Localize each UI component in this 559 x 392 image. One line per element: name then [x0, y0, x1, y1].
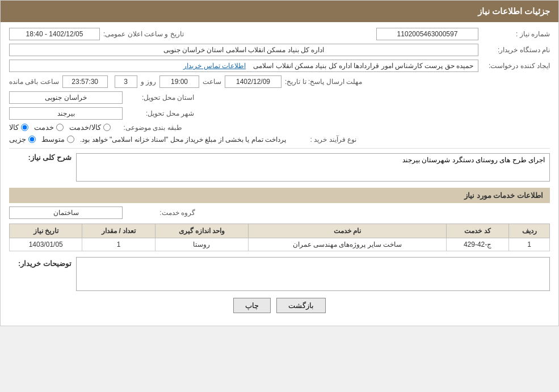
col-date: تاریخ نیاز — [10, 224, 82, 238]
page-header: جزئیات اطلاعات نیاز — [1, 1, 558, 22]
category-khedmat-label: خدمت — [34, 123, 54, 132]
deadline-date-value: 1402/12/09 — [225, 75, 281, 88]
services-table-section: ردیف کد خدمت نام خدمت واحد اندازه گیری ت… — [9, 224, 550, 251]
deadline-time-label: ساعت — [203, 78, 221, 86]
buyer-desc-box — [76, 257, 550, 291]
cell-name: ساخت سایر پروژه‌های مهندسی عمران — [249, 238, 447, 251]
service-group-value: ساختمان — [9, 206, 123, 219]
cell-unit: روستا — [155, 238, 248, 251]
table-row: 1 ج-42-429 ساخت سایر پروژه‌های مهندسی عم… — [10, 238, 550, 251]
purchase-motavvaset-label: متوسط — [41, 135, 65, 144]
cell-code: ج-42-429 — [446, 238, 509, 251]
buyer-org-label: نام دستگاه خریدار: — [482, 46, 550, 54]
announce-date-label: تاریخ و ساعت اعلان عمومی: — [103, 30, 184, 38]
deadline-time-value: 19:00 — [159, 75, 199, 88]
col-count: تعداد / مقدار — [82, 224, 155, 238]
creator-label: ایجاد کننده درخواست: — [482, 62, 550, 70]
purchase-jozvi-radio[interactable] — [28, 136, 36, 143]
col-service-code: کد خدمت — [446, 224, 509, 238]
category-kala-option[interactable]: کالا — [9, 123, 28, 132]
need-desc-textarea[interactable] — [76, 153, 550, 182]
category-kala-khedmat-radio[interactable] — [103, 124, 111, 131]
purchase-motavvaset-radio[interactable] — [67, 136, 74, 143]
cell-row: 1 — [509, 238, 550, 251]
category-label: طبقه بندی موضوعی: — [114, 124, 182, 132]
need-desc-label: شرح کلی نیاز: — [28, 153, 72, 162]
page-title: جزئیات اطلاعات نیاز — [478, 6, 550, 16]
category-radio-group: کالا/خدمت خدمت کالا — [9, 123, 111, 132]
purchase-jozvi-option[interactable]: جزیی — [9, 135, 36, 144]
print-button[interactable]: چاپ — [233, 298, 271, 313]
category-khedmat-radio[interactable] — [56, 124, 64, 131]
col-service-name: نام خدمت — [249, 224, 447, 238]
deadline-days-value: 3 — [115, 75, 137, 88]
deadline-remaining-label: ساعت باقی مانده — [9, 78, 59, 86]
services-info-title: اطلاعات خدمات مورد نیاز — [9, 188, 550, 203]
purchase-type-label: نوع فرآیند خرید : — [288, 136, 356, 144]
purchase-motavvaset-option[interactable]: متوسط — [41, 135, 74, 144]
city-label: شهر محل تحویل: — [126, 109, 194, 117]
need-number-value: 1102005463000597 — [376, 28, 478, 40]
services-table: ردیف کد خدمت نام خدمت واحد اندازه گیری ت… — [9, 224, 550, 251]
contact-link[interactable]: اطلاعات تماس خریدار — [183, 62, 246, 70]
creator-value: حمیده حق پرست کارشناس امور قراردادها ادا… — [9, 60, 478, 72]
cell-date: 1403/01/05 — [10, 238, 82, 251]
category-khedmat-option[interactable]: خدمت — [34, 123, 64, 132]
col-row-number: ردیف — [509, 224, 550, 238]
cell-count: 1 — [82, 238, 155, 251]
col-unit: واحد اندازه گیری — [155, 224, 248, 238]
category-kala-khedmat-option[interactable]: کالا/خدمت — [69, 123, 111, 132]
buyer-desc-label: توضیحات خریدار: — [18, 259, 72, 268]
city-value: بیرجند — [9, 107, 123, 120]
divider-1 — [9, 148, 550, 149]
province-label: استان محل تحویل: — [126, 94, 194, 102]
purchase-type-radio-group: پرداخت تمام یا بخشی از مبلغ خریداز محل "… — [9, 135, 286, 144]
deadline-remaining-value: 23:57:30 — [62, 75, 108, 88]
back-button[interactable]: بازگشت — [276, 298, 326, 313]
category-kala-label: کالا — [9, 123, 19, 132]
category-kala-khedmat-label: کالا/خدمت — [69, 123, 101, 132]
purchase-desc: پرداخت تمام یا بخشی از مبلغ خریداز محل "… — [80, 136, 286, 144]
service-group-label: گروه خدمت: — [127, 209, 195, 217]
province-value: خراسان جنوبی — [9, 91, 123, 104]
need-number-label: شماره نیاز : — [482, 30, 550, 38]
purchase-jozvi-label: جزیی — [9, 135, 26, 144]
buttons-row: بازگشت چاپ — [9, 298, 550, 313]
deadline-label: مهلت ارسال پاسخ: تا تاریخ: — [285, 78, 362, 86]
category-kala-radio[interactable] — [21, 124, 28, 131]
deadline-days-label: روز و — [141, 78, 156, 86]
announce-date-value: 1402/12/05 - 18:40 — [9, 28, 100, 40]
buyer-org-value: اداره کل بنیاد مسکن انقلاب اسلامی استان … — [9, 44, 478, 56]
